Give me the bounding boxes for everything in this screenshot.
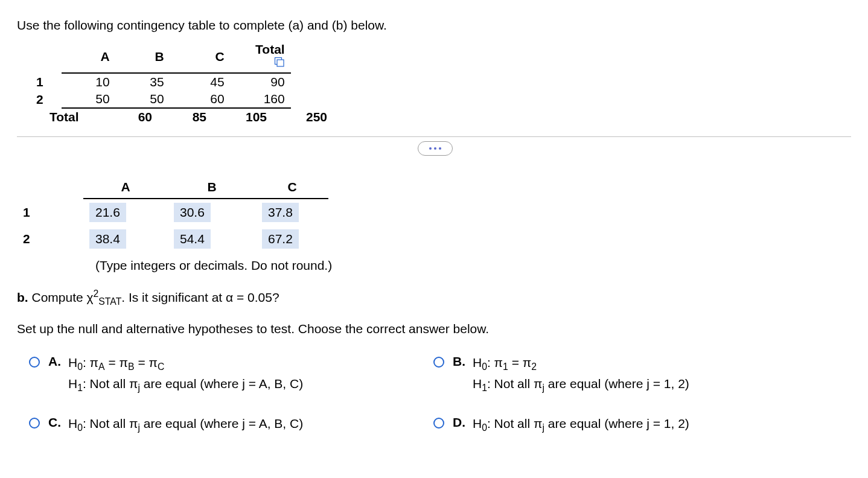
- svg-rect-1: [277, 60, 284, 66]
- input-hint: (Type integers or decimals. Do not round…: [95, 258, 851, 273]
- answer-cell-2C[interactable]: 67.2: [262, 229, 299, 249]
- contingency-total-row: Total 60 85 105 250: [43, 109, 333, 124]
- choice-C[interactable]: C. H0: Not all πj are equal (where j = A…: [29, 415, 415, 436]
- col-header-A: A: [62, 41, 116, 73]
- choice-body: H0: π1 = π2 H1: Not all πj are equal (wh…: [473, 354, 689, 397]
- expand-button[interactable]: [418, 141, 453, 156]
- table-row: 1 21.6 30.6 37.8: [17, 199, 328, 226]
- section-divider: [17, 136, 851, 161]
- col-header-C: C: [170, 41, 231, 73]
- choice-body: H0: πA = πB = πC H1: Not all πj are equa…: [68, 354, 303, 397]
- choice-D[interactable]: D. H0: Not all πj are equal (where j = 1…: [433, 415, 820, 436]
- col-header-B: B: [116, 41, 170, 73]
- choice-body: H0: Not all πj are equal (where j = 1, 2…: [473, 415, 689, 436]
- table-row: 2 38.4 54.4 67.2: [17, 226, 328, 252]
- answer-cell-2A[interactable]: 38.4: [89, 229, 126, 249]
- col-header-Total: Total: [231, 41, 291, 73]
- choice-label: B.: [453, 354, 465, 369]
- expected-table: A B C 1 21.6 30.6 37.8 2 38.4 54.4 67.2: [17, 176, 328, 252]
- radio-D[interactable]: [433, 418, 444, 429]
- contingency-table: A B C Total 1 10 35 45 90 2 50 50 60 160: [30, 41, 291, 109]
- exp-header-A: A: [83, 176, 168, 199]
- radio-C[interactable]: [29, 418, 40, 429]
- choice-B[interactable]: B. H0: π1 = π2 H1: Not all πj are equal …: [433, 354, 820, 397]
- answer-cell-2B[interactable]: 54.4: [174, 229, 211, 249]
- answer-cell-1A[interactable]: 21.6: [89, 203, 126, 222]
- radio-A[interactable]: [29, 357, 40, 368]
- popup-icon[interactable]: [274, 57, 285, 68]
- choice-label: C.: [48, 415, 61, 430]
- question-prompt: Use the following contingency table to c…: [17, 18, 851, 33]
- choice-label: D.: [453, 415, 465, 430]
- answer-cell-1C[interactable]: 37.8: [262, 203, 299, 222]
- radio-B[interactable]: [433, 357, 444, 368]
- answer-cell-1B[interactable]: 30.6: [174, 203, 211, 222]
- table-row: 1 10 35 45 90: [30, 73, 291, 91]
- exp-header-B: B: [168, 176, 256, 199]
- part-b-prompt: b. Compute χ2STAT. Is it significant at …: [17, 288, 851, 307]
- choice-label: A.: [48, 354, 61, 369]
- choice-A[interactable]: A. H0: πA = πB = πC H1: Not all πj are e…: [29, 354, 415, 397]
- choice-body: H0: Not all πj are equal (where j = A, B…: [68, 415, 303, 436]
- multiple-choice-group: A. H0: πA = πB = πC H1: Not all πj are e…: [29, 354, 851, 436]
- hypotheses-instruction: Set up the null and alternative hypothes…: [17, 322, 851, 336]
- exp-header-C: C: [256, 176, 328, 199]
- table-row: 2 50 50 60 160: [30, 91, 291, 108]
